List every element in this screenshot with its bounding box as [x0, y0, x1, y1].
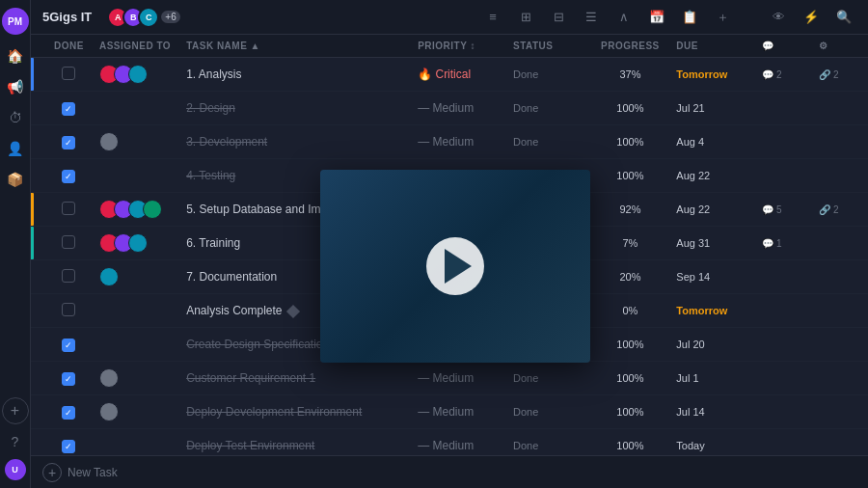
status-cell[interactable]: Done	[505, 125, 592, 159]
done-checkbox[interactable]	[62, 67, 75, 80]
sidebar-icon-notifications[interactable]: 📢	[2, 73, 29, 100]
comments-cell[interactable]	[754, 92, 811, 125]
col-task-header[interactable]: TASK NAME ▲	[178, 35, 410, 58]
comments-cell[interactable]	[754, 159, 811, 193]
comments-cell[interactable]	[754, 395, 811, 429]
avatar-3[interactable]: C	[138, 7, 159, 28]
toolbar-menu[interactable]: ≡	[480, 5, 505, 30]
comments-cell[interactable]	[754, 294, 811, 328]
task-name-cell[interactable]: 2. Design	[178, 92, 410, 125]
toolbar-calendar[interactable]: 📅	[644, 5, 669, 30]
links-cell[interactable]: 🔗 2	[811, 193, 868, 227]
priority-cell[interactable]: — Medium	[410, 395, 505, 429]
links-cell[interactable]	[811, 294, 868, 328]
links-cell[interactable]	[811, 328, 868, 362]
row-avatars	[99, 402, 171, 421]
done-checkbox[interactable]	[62, 339, 75, 352]
done-cell[interactable]	[46, 395, 92, 429]
new-task-button[interactable]: + New Task	[42, 463, 118, 482]
task-name-cell[interactable]: Customer Requirement 1	[178, 362, 410, 395]
done-cell[interactable]	[46, 260, 92, 294]
comments-cell[interactable]: 💬 5	[754, 193, 811, 227]
links-cell[interactable]: 🔗 2	[811, 58, 868, 92]
priority-cell[interactable]: 🔥 Critical	[410, 58, 505, 92]
link-badge[interactable]: 🔗 2	[819, 69, 838, 80]
play-button[interactable]	[426, 237, 484, 295]
done-cell[interactable]	[46, 328, 92, 362]
links-cell[interactable]	[811, 227, 868, 260]
done-checkbox[interactable]	[62, 406, 75, 420]
toolbar-add[interactable]: ＋	[710, 5, 735, 30]
pm-logo[interactable]: PM	[2, 8, 29, 35]
links-cell[interactable]	[811, 159, 868, 193]
user-avatar[interactable]: U	[5, 459, 26, 480]
search-icon[interactable]: 🔍	[831, 5, 856, 30]
task-name-cell[interactable]: 3. Development	[178, 125, 410, 159]
done-cell[interactable]	[46, 159, 92, 193]
done-cell[interactable]	[46, 429, 92, 456]
comment-badge[interactable]: 💬 1	[762, 238, 781, 249]
task-name-cell[interactable]: Deploy Development Environment	[178, 395, 410, 429]
priority-cell[interactable]: — Medium	[410, 362, 505, 395]
sidebar-icon-help[interactable]: ?	[2, 428, 29, 455]
done-checkbox[interactable]	[62, 440, 75, 453]
bottombar: + New Task	[31, 455, 868, 488]
col-priority-header[interactable]: PRIORITY ↕	[410, 35, 505, 58]
status-cell[interactable]: Done	[505, 362, 592, 395]
priority-cell[interactable]: — Medium	[410, 92, 505, 125]
links-cell[interactable]	[811, 92, 868, 125]
comments-cell[interactable]: 💬 1	[754, 227, 811, 260]
links-cell[interactable]	[811, 125, 868, 159]
priority-cell[interactable]: — Medium	[410, 429, 505, 456]
comment-badge[interactable]: 💬 5	[762, 204, 781, 215]
links-cell[interactable]	[811, 260, 868, 294]
done-checkbox[interactable]	[62, 372, 75, 386]
sidebar-icon-home[interactable]: 🏠	[2, 42, 29, 69]
done-checkbox[interactable]	[62, 136, 75, 149]
done-checkbox[interactable]	[62, 102, 75, 116]
comments-cell[interactable]	[754, 429, 811, 456]
toolbar-document[interactable]: 📋	[677, 5, 702, 30]
filter-icon[interactable]: ⚡	[799, 5, 824, 30]
link-badge[interactable]: 🔗 2	[819, 204, 838, 215]
sidebar-icon-add[interactable]: +	[2, 397, 29, 424]
done-checkbox[interactable]	[62, 269, 75, 283]
view-icon[interactable]: 👁	[766, 5, 791, 30]
task-name-cell[interactable]: Deploy Test Environment	[178, 429, 410, 456]
toolbar-list[interactable]: ⊟	[546, 5, 571, 30]
avatar-count[interactable]: +6	[161, 11, 179, 23]
comments-cell[interactable]: 💬 2	[754, 58, 811, 92]
status-cell[interactable]: Done	[505, 395, 592, 429]
video-overlay[interactable]	[320, 170, 590, 363]
links-cell[interactable]	[811, 429, 868, 456]
done-checkbox[interactable]	[62, 170, 75, 183]
links-cell[interactable]	[811, 362, 868, 395]
status-cell[interactable]: Done	[505, 92, 592, 125]
done-cell[interactable]	[46, 58, 92, 92]
sidebar-icon-packages[interactable]: 📦	[2, 166, 29, 193]
comment-badge[interactable]: 💬 2	[762, 69, 781, 80]
done-cell[interactable]	[46, 227, 92, 260]
comments-cell[interactable]	[754, 362, 811, 395]
comments-cell[interactable]	[754, 328, 811, 362]
status-cell[interactable]: Done	[505, 58, 592, 92]
done-cell[interactable]	[46, 294, 92, 328]
toolbar-grid[interactable]: ⊞	[513, 5, 538, 30]
toolbar-table[interactable]: ☰	[579, 5, 604, 30]
done-cell[interactable]	[46, 125, 92, 159]
done-checkbox[interactable]	[62, 235, 75, 249]
task-name-cell[interactable]: 1. Analysis	[178, 58, 410, 92]
toolbar-chart[interactable]: ∧	[611, 5, 637, 30]
status-cell[interactable]: Done	[505, 429, 592, 456]
done-cell[interactable]	[46, 193, 92, 227]
done-checkbox[interactable]	[62, 303, 75, 316]
priority-cell[interactable]: — Medium	[410, 125, 505, 159]
sidebar-icon-time[interactable]: ⏱	[2, 104, 29, 131]
done-cell[interactable]	[46, 362, 92, 395]
comments-cell[interactable]	[754, 260, 811, 294]
comments-cell[interactable]	[754, 125, 811, 159]
links-cell[interactable]	[811, 395, 868, 429]
done-checkbox[interactable]	[62, 202, 75, 215]
sidebar-icon-users[interactable]: 👤	[2, 135, 29, 162]
done-cell[interactable]	[46, 92, 92, 125]
